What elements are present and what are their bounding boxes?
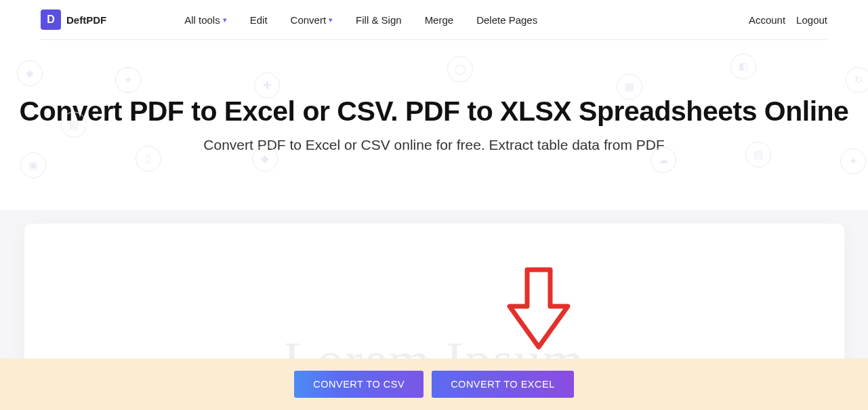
page-title: Convert PDF to Excel or CSV. PDF to XLSX… [0, 96, 868, 127]
nav-account[interactable]: Account [749, 14, 785, 26]
nav-convert-label: Convert [291, 14, 327, 26]
circle-icon: ◯ [447, 56, 473, 82]
bookmark-icon: ◆ [17, 60, 43, 86]
refresh-icon: ↻ [846, 67, 868, 93]
nav-all-tools[interactable]: All tools ▾ [184, 14, 227, 26]
nav-logout[interactable]: Logout [796, 14, 827, 26]
nav-merge[interactable]: Merge [425, 14, 454, 26]
nav-edit[interactable]: Edit [250, 14, 268, 26]
tag-icon: ◧ [730, 54, 756, 79]
nav-all-tools-label: All tools [184, 14, 220, 26]
brand-logo[interactable]: D DeftPDF [41, 9, 106, 30]
puzzle-icon: ✦ [115, 67, 141, 93]
top-nav: D DeftPDF All tools ▾ Edit Convert ▾ Fil… [0, 0, 868, 39]
convert-to-csv-button[interactable]: CONVERT TO CSV [294, 371, 423, 398]
convert-to-excel-button[interactable]: CONVERT TO EXCEL [432, 371, 574, 398]
action-bar: CONVERT TO CSV CONVERT TO EXCEL [0, 358, 868, 410]
plus-icon: ✚ [254, 73, 280, 98]
nav-delete-pages[interactable]: Delete Pages [476, 14, 537, 26]
chevron-down-icon: ▾ [329, 16, 333, 24]
nav-fill-sign[interactable]: Fill & Sign [356, 14, 402, 26]
brand-name: DeftPDF [66, 14, 106, 26]
chevron-down-icon: ▾ [223, 16, 227, 24]
nav-convert[interactable]: Convert ▾ [291, 14, 333, 26]
page-subtitle: Convert PDF to Excel or CSV online for f… [0, 137, 868, 153]
hero-section: Convert PDF to Excel or CSV. PDF to XLSX… [0, 40, 868, 153]
logo-mark: D [41, 9, 61, 30]
nav-right: Account Logout [749, 14, 827, 26]
crop-icon: ▣ [20, 152, 46, 178]
nav-links: All tools ▾ Edit Convert ▾ Fill & Sign M… [184, 14, 537, 26]
